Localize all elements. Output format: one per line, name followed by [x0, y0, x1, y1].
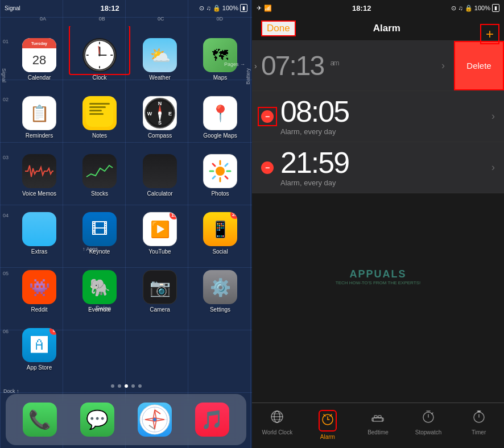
app-grid: 01 Tuesday 28 Calendar — [0, 26, 252, 380]
svg-rect-48 — [374, 416, 377, 418]
app-google-maps[interactable]: 📍 Google Maps — [191, 84, 250, 141]
svg-line-24 — [213, 164, 215, 166]
dock: 📞 💬 🎵 — [6, 394, 246, 445]
empty-cell-2 — [130, 316, 189, 373]
appstore-badge: 5 — [49, 328, 56, 335]
compass-svg: N S W E — [144, 97, 176, 129]
alarm-item-2[interactable]: − 08:05 Alarm, every day › — [252, 91, 504, 142]
alarm-item-wrapper-1: Delete 07:13 am › › — [252, 41, 504, 91]
appuals-watermark: APPUALS TECH HOW-TO'S FROM THE EXPERTS! — [336, 268, 420, 285]
alarm-battery-icon: ▮ — [492, 4, 499, 12]
signal-label: Signal — [1, 68, 7, 82]
add-alarm-button[interactable]: + — [486, 26, 494, 42]
alarm-list: Delete 07:13 am › › — [252, 41, 504, 403]
app-maps[interactable]: 🗺 Maps — [191, 26, 250, 83]
app-row-4: 04 Extras 🎞 Keynote — [3, 200, 249, 257]
alarm-subtitle-2: Alarm, every day — [280, 127, 491, 136]
alarm-title: Alarm — [373, 23, 400, 34]
delete-button[interactable]: Delete — [454, 41, 504, 90]
app-notes[interactable]: Notes — [70, 84, 129, 141]
dock-phone[interactable]: 📞 — [23, 403, 57, 437]
app-reddit[interactable]: 👾 Reddit — [10, 258, 69, 315]
svg-line-25 — [225, 176, 228, 179]
svg-point-9 — [98, 54, 101, 56]
app-calendar[interactable]: Tuesday 28 Calendar — [10, 26, 69, 83]
app-app-store[interactable]: 🅰 5 App Store — [10, 316, 69, 373]
time-display: 18:12 — [101, 4, 119, 13]
alarm-nav-bar: Done Alarm + — [252, 16, 504, 41]
alarm-toggle-2[interactable]: − — [261, 110, 274, 123]
app-extras[interactable]: Extras — [10, 200, 69, 257]
alarm-chevron-2: › — [491, 110, 495, 122]
page-dot-2 — [118, 384, 121, 388]
tab-timer[interactable]: Timer — [453, 408, 504, 438]
page-dot-1 — [111, 384, 114, 388]
app-social[interactable]: 📱 25 Social — [191, 200, 250, 257]
alarm-chevron-1: › — [441, 60, 445, 72]
app-stocks[interactable]: Stocks — [70, 142, 129, 199]
svg-line-55 — [432, 413, 433, 414]
svg-text:W: W — [147, 111, 152, 117]
svg-point-36 — [153, 418, 156, 421]
alarm-status-icons: ⊙ ♫ 🔒 — [451, 5, 472, 12]
svg-text:E: E — [168, 111, 172, 117]
tab-world-clock[interactable]: World Clock — [252, 408, 303, 438]
app-compass[interactable]: N S W E Compass — [130, 84, 189, 141]
swipe-arrow: › — [252, 61, 257, 70]
alarm-item-1[interactable]: 07:13 am › — [252, 41, 454, 90]
app-calculator[interactable]: Calculator — [130, 142, 189, 199]
page-dot-4 — [131, 384, 135, 388]
stopwatch-icon — [422, 410, 435, 427]
alarm-time-2: 08:05 — [280, 97, 491, 126]
alarm-item-3[interactable]: − 21:59 Alarm, every day › — [252, 142, 504, 193]
app-evernote[interactable]: 🐘 Evernote — [70, 258, 129, 315]
alarm-toggle-3[interactable]: − — [261, 161, 274, 174]
app-youtube[interactable]: ▶️ 11 YouTube — [130, 200, 189, 257]
alarm-chevron-3: › — [491, 161, 495, 173]
col-header-0b: 0B — [72, 16, 131, 25]
app-row-2: 02 📋 Reminders — [3, 84, 249, 141]
bedtime-label: Bedtime — [367, 429, 389, 435]
svg-rect-49 — [378, 416, 381, 418]
alarm-time-3: 21:59 — [280, 148, 491, 177]
tab-bedtime[interactable]: Bedtime — [353, 408, 403, 438]
alarm-status-bar: ✈ 📶 18:12 ⊙ ♫ 🔒 100% ▮ — [252, 0, 504, 16]
empty-cell-1 — [70, 316, 129, 373]
dock-messages[interactable]: 💬 — [80, 403, 114, 437]
app-settings[interactable]: ⚙️ Settings — [191, 258, 250, 315]
battery-percent: 100% — [222, 5, 238, 11]
app-clock[interactable]: Clock — [70, 26, 129, 83]
dock-safari[interactable] — [138, 403, 172, 437]
dock-music[interactable]: 🎵 — [195, 403, 229, 437]
done-button[interactable]: Done — [261, 20, 296, 36]
app-photos[interactable]: Photos — [191, 142, 250, 199]
empty-cell-3 — [191, 316, 250, 373]
svg-rect-47 — [372, 418, 383, 421]
alarm-battery-percent: 100% — [474, 5, 490, 11]
app-reminders[interactable]: 📋 Reminders — [10, 84, 69, 141]
alarm-subtitle-3: Alarm, every day — [280, 179, 491, 187]
page-dots — [0, 380, 252, 392]
alarm-item-wrapper-2: − 08:05 Alarm, every day › — [252, 91, 504, 142]
left-panel: Battery Signal Signal 18:12 ⊙ ♫ 🔒 100% ▮… — [0, 0, 252, 448]
stopwatch-label: Stopwatch — [415, 429, 442, 435]
alarm-tab-bar: World Clock Alarm — [252, 403, 504, 448]
app-keynote[interactable]: 🎞 Keynote — [70, 200, 129, 257]
app-weather[interactable]: ⛅ Weather — [130, 26, 189, 83]
alarm-item-wrapper-3: − 21:59 Alarm, every day › — [252, 142, 504, 193]
svg-point-19 — [216, 167, 225, 176]
alarm-tab-icon — [321, 412, 334, 429]
tab-stopwatch[interactable]: Stopwatch — [403, 408, 454, 438]
safari-icon — [139, 404, 170, 435]
wifi-icon: 📶 — [264, 5, 272, 12]
svg-point-18 — [158, 111, 162, 115]
alarm-period-1: am — [330, 59, 338, 67]
tab-alarm[interactable]: Alarm — [303, 408, 353, 442]
status-bar: Signal 18:12 ⊙ ♫ 🔒 100% ▮ — [0, 0, 252, 16]
world-clock-icon — [270, 410, 284, 427]
bedtime-icon — [371, 410, 385, 427]
youtube-badge: 11 — [170, 212, 177, 219]
app-voice-memos[interactable]: Voice Memos — [10, 142, 69, 199]
app-camera[interactable]: 📷 Camera — [130, 258, 189, 315]
alarm-time-display: 18:12 — [352, 4, 371, 13]
